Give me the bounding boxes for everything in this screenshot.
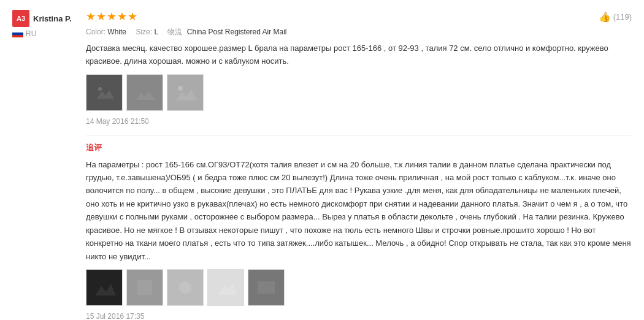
review-card: A3 Kristina P. RU ★★★★★ 👍 (119) (0, 0, 644, 320)
follow-up-image-thumb[interactable] (248, 269, 285, 306)
size-label: Size: (136, 28, 152, 36)
star-rating: ★★★★★ (86, 10, 138, 23)
country-label: RU (26, 29, 36, 38)
follow-up-text: На параметры : рост 165-166 см.ОГ93/ОТ72… (86, 158, 632, 264)
svg-point-7 (178, 86, 183, 91)
review-text: Доставка месяц. качество хорошее.размер … (86, 42, 632, 68)
svg-rect-3 (92, 80, 117, 105)
svg-rect-10 (137, 280, 152, 295)
like-section[interactable]: 👍 (119) (599, 11, 632, 23)
user-avatar: A3 (12, 10, 29, 27)
like-count: (119) (613, 12, 632, 21)
shipping-value: China Post Registered Air Mail (187, 28, 287, 36)
follow-up-image-thumb[interactable] (86, 269, 123, 306)
review-header: A3 Kristina P. RU ★★★★★ 👍 (119) (12, 10, 632, 320)
svg-point-4 (98, 87, 102, 91)
svg-rect-2 (12, 35, 23, 37)
review-date: 14 May 2016 21:50 (86, 117, 632, 126)
svg-rect-5 (132, 80, 157, 105)
follow-up-date: 15 Jul 2016 17:35 (86, 312, 632, 320)
user-info: A3 Kristina P. RU (12, 10, 80, 38)
svg-rect-6 (173, 80, 197, 105)
user-name: Kristina P. (33, 14, 72, 23)
svg-rect-8 (92, 275, 117, 300)
review-main: ★★★★★ 👍 (119) Color: White Size: L 物流 Ch… (80, 10, 632, 320)
follow-up-image-thumb[interactable] (207, 269, 244, 306)
follow-up-section: 追评 На параметры : рост 165-166 см.ОГ93/О… (86, 135, 632, 320)
review-image-thumb[interactable] (126, 74, 163, 111)
color-value: White (107, 28, 126, 36)
thumbs-up-icon[interactable]: 👍 (599, 11, 611, 23)
follow-up-images (86, 269, 632, 306)
user-country: RU (12, 29, 80, 38)
review-image-thumb[interactable] (86, 74, 123, 111)
initial-images (86, 74, 632, 111)
svg-rect-1 (12, 32, 23, 35)
follow-up-image-thumb[interactable] (126, 269, 163, 306)
svg-rect-0 (12, 30, 23, 32)
flag-icon (12, 30, 23, 37)
follow-up-title: 追评 (86, 142, 632, 153)
review-image-thumb[interactable] (167, 74, 204, 111)
svg-rect-15 (258, 281, 275, 294)
follow-up-image-thumb[interactable] (167, 269, 204, 306)
shipping-label: 物流 (167, 28, 182, 36)
product-info: Color: White Size: L 物流 China Post Regis… (86, 27, 632, 37)
size-value: L (154, 28, 158, 36)
color-label: Color: (86, 28, 105, 36)
stars-row: ★★★★★ 👍 (119) (86, 10, 632, 23)
svg-point-12 (179, 281, 191, 294)
